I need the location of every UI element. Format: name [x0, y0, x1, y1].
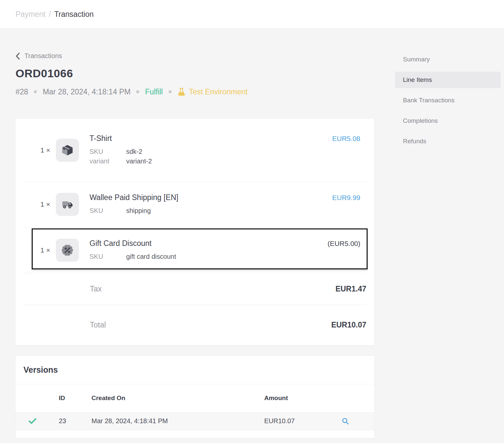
- detail-label: SKU: [90, 206, 126, 216]
- line-item-quantity: 1 ×: [23, 146, 56, 154]
- version-action-cell: [340, 417, 366, 425]
- detail-value: sdk-2: [126, 147, 142, 156]
- line-item-body: Wallee Paid Shipping [EN] EUR9.99 SKU sh…: [90, 193, 366, 216]
- environment-label: Test Environment: [189, 87, 248, 96]
- detail-value: gift card discount: [126, 252, 176, 261]
- breadcrumb: Payment / Transaction: [16, 10, 93, 19]
- line-item-quantity: 1 ×: [23, 200, 56, 208]
- line-item-row-tshirt[interactable]: 1 × T-Shirt EUR: [16, 119, 374, 182]
- version-table-row: 23 Mar 28, 2024, 4:18:41 PM EUR10.07: [16, 412, 374, 430]
- line-item-body: T-Shirt EUR5.08 SKU sdk-2 variant varian…: [90, 134, 366, 166]
- environment-badge: Test Environment: [177, 87, 248, 96]
- tax-row: Tax EUR1.47: [16, 273, 374, 305]
- page-content: Transactions ORD01066 #28 Mar 28, 2024, …: [0, 29, 504, 438]
- order-number: #28: [16, 87, 28, 96]
- detail-label: SKU: [90, 252, 126, 261]
- created-timestamp: Mar 28, 2024, 4:18:14 PM: [43, 87, 130, 96]
- line-item-icon-tile: [56, 139, 79, 162]
- line-item-name: Wallee Paid Shipping [EN]: [90, 193, 178, 202]
- detail-label: variant: [90, 156, 126, 166]
- magnifier-icon: [342, 417, 349, 425]
- discount-badge-icon: [61, 244, 74, 257]
- nav-item-refunds[interactable]: Refunds: [395, 133, 501, 150]
- line-item-details: SKU gift card discount: [90, 252, 366, 261]
- square-separator-icon: [136, 90, 139, 93]
- nav-item-summary[interactable]: Summary: [395, 51, 501, 68]
- top-bar: Payment / Transaction: [0, 0, 504, 29]
- back-button[interactable]: Transactions: [16, 52, 62, 60]
- package-icon: [61, 144, 74, 156]
- line-item-quantity: 1 ×: [23, 246, 56, 254]
- detail-label: SKU: [90, 147, 126, 156]
- state-badge: Fulfill: [145, 87, 163, 96]
- id-column-header: ID: [59, 394, 91, 402]
- line-item-price: EUR9.99: [332, 194, 366, 202]
- line-item-name: T-Shirt: [90, 134, 112, 143]
- versions-title: Versions: [16, 356, 374, 384]
- line-item-price: EUR5.08: [332, 135, 366, 143]
- version-status-cell: [23, 418, 59, 425]
- line-item-icon-tile: [56, 193, 79, 216]
- total-value: EUR10.07: [331, 321, 366, 329]
- nav-item-line-items[interactable]: Line Items: [395, 72, 501, 88]
- total-row: Total EUR10.07: [16, 305, 374, 345]
- transaction-meta: #28 Mar 28, 2024, 4:18:14 PM Fulfill Tes…: [16, 87, 374, 96]
- square-separator-icon: [34, 90, 37, 93]
- back-label: Transactions: [24, 52, 62, 60]
- check-icon: [28, 418, 37, 425]
- truck-icon: [61, 198, 74, 211]
- version-amount-cell: EUR10.07: [264, 417, 340, 425]
- section-nav: Summary Line Items Bank Transactions Com…: [395, 29, 501, 438]
- line-item-icon-tile: [56, 239, 79, 262]
- breadcrumb-link-payment[interactable]: Payment: [16, 10, 46, 19]
- view-version-button[interactable]: [342, 417, 349, 425]
- breadcrumb-current: Transaction: [54, 10, 93, 19]
- versions-card: Versions ID Created On Amount 23 Mar 28,…: [16, 356, 374, 438]
- line-items-card: 1 × T-Shirt EUR: [16, 119, 374, 345]
- line-item-row-shipping[interactable]: 1 × Wallee Paid Shipping [E: [16, 182, 374, 227]
- line-item-details: SKU sdk-2 variant variant-2: [90, 147, 366, 166]
- amount-column-header: Amount: [264, 394, 340, 402]
- version-id-cell: 23: [59, 417, 91, 425]
- line-item-row-gift-card-discount[interactable]: 1 ×: [16, 227, 374, 273]
- main-column: Transactions ORD01066 #28 Mar 28, 2024, …: [16, 29, 374, 438]
- page-title: ORD01066: [16, 67, 374, 80]
- detail-value: variant-2: [126, 156, 152, 166]
- detail-value: shipping: [126, 206, 151, 216]
- tax-label: Tax: [90, 285, 102, 293]
- created-on-column-header: Created On: [91, 394, 264, 402]
- square-separator-icon: [169, 90, 171, 93]
- tax-value: EUR1.47: [336, 285, 366, 293]
- nav-item-bank-transactions[interactable]: Bank Transactions: [395, 92, 501, 109]
- flask-icon: [177, 87, 186, 96]
- version-created-cell: Mar 28, 2024, 4:18:41 PM: [91, 417, 264, 425]
- versions-table-header: ID Created On Amount: [16, 384, 374, 412]
- chevron-left-icon: [16, 52, 20, 60]
- line-item-body: Gift Card Discount (EUR5.00) SKU gift ca…: [90, 239, 366, 261]
- breadcrumb-separator: /: [49, 10, 51, 19]
- total-label: Total: [90, 321, 106, 329]
- nav-item-completions[interactable]: Completions: [395, 113, 501, 129]
- line-item-details: SKU shipping: [90, 206, 366, 216]
- line-item-price: (EUR5.00): [328, 240, 366, 248]
- line-item-name: Gift Card Discount: [90, 239, 152, 248]
